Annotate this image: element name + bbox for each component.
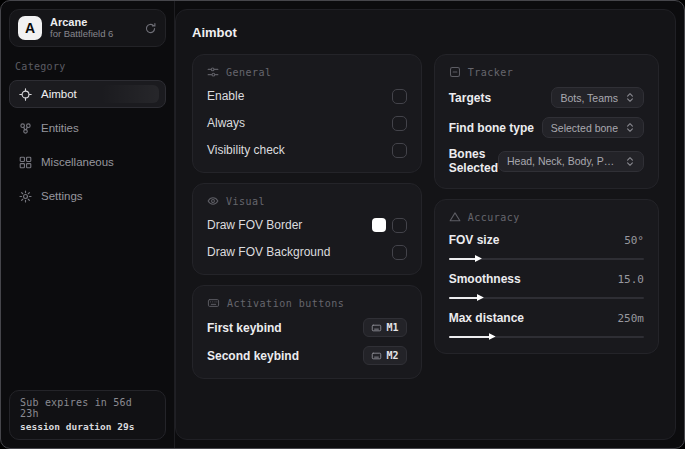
fov-size-slider[interactable]: [449, 255, 644, 262]
app-window: A Arcane for Battlefield 6 Category: [0, 0, 685, 449]
chevrons-up-down-icon: [625, 156, 635, 167]
slider-thumb[interactable]: [489, 333, 496, 340]
max-distance-value: 250m: [618, 312, 645, 325]
setting-label: Smoothness: [449, 272, 521, 286]
crosshair-icon: [19, 88, 32, 101]
setting-row: Bones Selected Head, Neck, Body, Pe...: [449, 147, 644, 175]
targets-select[interactable]: Bots, Teams: [551, 87, 644, 108]
category-label: Category: [15, 61, 160, 72]
slider-row: Smoothness 15.0: [449, 272, 644, 301]
card-title-text: Activation buttons: [227, 298, 344, 309]
sidebar-item-miscellaneous[interactable]: Miscellaneous: [9, 148, 166, 176]
setting-label: Draw FOV Border: [207, 218, 302, 232]
setting-label: Targets: [449, 91, 491, 105]
sidebar-item-label: Settings: [41, 190, 83, 202]
smoothness-slider[interactable]: [449, 294, 644, 301]
setting-label: Second keybind: [207, 349, 299, 363]
slider-thumb[interactable]: [477, 294, 484, 301]
sub-expiry-text: Sub expires in 56d 23h: [20, 397, 155, 419]
sidebar-item-entities[interactable]: Entities: [9, 114, 166, 142]
card-title-text: Accuracy: [468, 212, 520, 223]
setting-row: Visibility check: [207, 141, 407, 159]
sidebar-item-aimbot[interactable]: Aimbot: [9, 80, 166, 108]
find-bone-type-select[interactable]: Selected bone: [542, 117, 644, 138]
gear-icon: [19, 190, 32, 203]
sidebar-item-label: Entities: [41, 122, 79, 134]
accuracy-card-header: Accuracy: [449, 211, 644, 223]
keybind-value: M2: [387, 350, 399, 361]
sidebar-item-label: Miscellaneous: [41, 156, 114, 168]
app-logo-card: A Arcane for Battlefield 6: [9, 9, 166, 47]
sidebar-item-settings[interactable]: Settings: [9, 182, 166, 210]
app-logo-text: Arcane for Battlefield 6: [50, 16, 136, 40]
select-value: Head, Neck, Body, Pe...: [507, 155, 618, 167]
visual-card-header: Visual: [207, 195, 407, 207]
setting-label: First keybind: [207, 321, 282, 335]
setting-label: Find bone type: [449, 121, 534, 135]
slider-row: Max distance 250m: [449, 311, 644, 340]
main-panel: Aimbot General: [175, 9, 676, 440]
select-value: Bots, Teams: [560, 92, 618, 104]
keybind-value: M1: [387, 322, 399, 333]
triangle-icon: [449, 211, 461, 223]
accuracy-card: Accuracy FOV size 50°: [434, 199, 659, 354]
select-value: Selected bone: [551, 122, 618, 134]
activation-buttons-card: Activation buttons First keybind M1: [192, 285, 422, 379]
setting-label: Max distance: [449, 311, 524, 325]
setting-row: Second keybind M2: [207, 346, 407, 365]
keyboard-icon: [371, 351, 382, 361]
card-title-text: Tracker: [468, 67, 514, 78]
setting-label: FOV size: [449, 233, 500, 247]
setting-label: Draw FOV Background: [207, 245, 330, 259]
visibility-check-checkbox[interactable]: [392, 143, 407, 158]
draw-fov-border-checkbox[interactable]: [392, 218, 407, 233]
sliders-icon: [207, 66, 219, 78]
general-card: General Enable Always Visibility check: [192, 54, 422, 173]
general-card-header: General: [207, 66, 407, 78]
setting-label: Enable: [207, 89, 244, 103]
fov-size-value: 50°: [624, 234, 644, 247]
card-title-text: General: [226, 67, 272, 78]
setting-row: Always: [207, 114, 407, 132]
eye-icon: [207, 195, 219, 207]
app-avatar: A: [18, 16, 42, 40]
first-keybind-button[interactable]: M1: [363, 318, 407, 337]
bones-selected-select[interactable]: Head, Neck, Body, Pe...: [498, 151, 644, 172]
always-checkbox[interactable]: [392, 116, 407, 131]
setting-row: Enable: [207, 87, 407, 105]
setting-row: First keybind M1: [207, 318, 407, 337]
app-subtitle: for Battlefield 6: [50, 29, 136, 40]
visual-card: Visual Draw FOV Border Draw FOV Backgrou…: [192, 183, 422, 275]
setting-row: Draw FOV Background: [207, 243, 407, 261]
chevrons-up-down-icon: [625, 122, 635, 133]
second-keybind-button[interactable]: M2: [363, 346, 407, 365]
chevrons-up-down-icon: [625, 92, 635, 103]
setting-label: Always: [207, 116, 245, 130]
sidebar-nav: Aimbot Entities: [9, 80, 166, 210]
setting-label: Bones Selected: [449, 147, 498, 175]
activation-card-header: Activation buttons: [207, 297, 407, 309]
sidebar: A Arcane for Battlefield 6 Category: [1, 1, 175, 448]
card-title-text: Visual: [226, 196, 265, 207]
fov-border-color-swatch[interactable]: [372, 218, 386, 232]
max-distance-slider[interactable]: [449, 333, 644, 340]
sync-icon[interactable]: [144, 22, 157, 35]
subscription-info: Sub expires in 56d 23h session duration …: [9, 390, 166, 440]
draw-fov-background-checkbox[interactable]: [392, 245, 407, 260]
enable-checkbox[interactable]: [392, 89, 407, 104]
page-title: Aimbot: [192, 25, 659, 40]
keyboard-icon: [371, 323, 382, 333]
session-duration-text: session duration 29s: [20, 421, 155, 432]
scan-icon: [449, 66, 461, 78]
smoothness-value: 15.0: [618, 273, 645, 286]
sidebar-item-label: Aimbot: [41, 88, 77, 100]
setting-row: Draw FOV Border: [207, 216, 407, 234]
entities-icon: [19, 122, 32, 135]
slider-thumb[interactable]: [475, 255, 482, 262]
app-name: Arcane: [50, 16, 136, 29]
tracker-card-header: Tracker: [449, 66, 644, 78]
slider-row: FOV size 50°: [449, 233, 644, 262]
setting-row: Find bone type Selected bone: [449, 117, 644, 138]
tracker-card: Tracker Targets Bots, Teams: [434, 54, 659, 189]
setting-label: Visibility check: [207, 143, 285, 157]
